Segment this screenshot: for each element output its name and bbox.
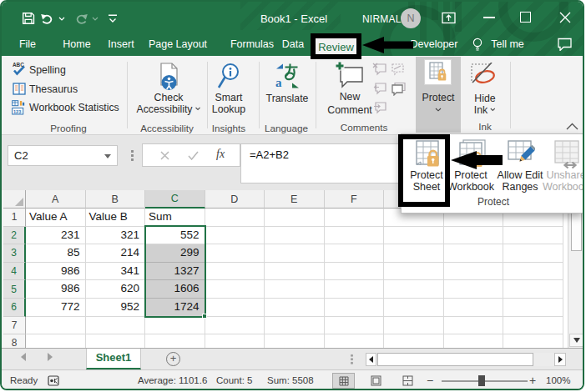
cell-76[interactable] xyxy=(444,299,504,317)
cell-A2[interactable]: 231 xyxy=(26,227,86,245)
scroll-down-button[interactable] xyxy=(569,334,584,347)
undo-icon[interactable] xyxy=(41,13,55,24)
cell-83[interactable] xyxy=(503,244,563,263)
translate-button[interactable]: Translate xyxy=(266,93,309,104)
select-all-corner[interactable] xyxy=(3,190,26,209)
cell-72[interactable] xyxy=(444,227,504,245)
cell-E6[interactable] xyxy=(265,299,325,317)
status-count[interactable]: Count: 5 xyxy=(216,375,252,385)
protect-dropdown-button[interactable]: Protect xyxy=(416,57,461,133)
zoom-slider-handle[interactable] xyxy=(478,375,485,386)
row-header-1[interactable]: 1 xyxy=(3,209,26,227)
thesaurus-button[interactable]: Thesaurus xyxy=(29,83,78,95)
fill-handle[interactable] xyxy=(202,314,208,319)
row-header-8[interactable]: 8 xyxy=(3,334,26,348)
cell-D3[interactable] xyxy=(205,244,265,263)
cell-E1[interactable] xyxy=(265,209,325,227)
cell-F4[interactable] xyxy=(325,263,385,281)
cell-F5[interactable] xyxy=(325,280,385,299)
tab-formulas[interactable]: Formulas xyxy=(230,38,274,50)
row-header-4[interactable]: 4 xyxy=(3,263,26,281)
cell-F6[interactable] xyxy=(325,299,385,317)
cell-E5[interactable] xyxy=(265,280,325,299)
cell-A1[interactable]: Value A xyxy=(26,209,86,227)
smart-lookup-button[interactable]: Smart xyxy=(215,92,243,103)
maximize-button[interactable] xyxy=(520,12,531,23)
protect-workbook-button[interactable]: Protect xyxy=(454,170,487,181)
cell-B6[interactable]: 952 xyxy=(86,299,146,317)
cell-85[interactable] xyxy=(503,280,563,299)
cell-A5[interactable]: 986 xyxy=(26,280,86,299)
cell-D1[interactable] xyxy=(205,209,265,227)
row-header-5[interactable]: 5 xyxy=(3,280,26,299)
tab-scrollbar-divider[interactable] xyxy=(351,354,353,364)
row-header-3[interactable]: 3 xyxy=(3,244,26,263)
cell-E8[interactable] xyxy=(265,334,325,348)
cell-82[interactable] xyxy=(503,227,563,245)
row-header-7[interactable]: 7 xyxy=(3,317,26,335)
allow-edit-ranges-line2[interactable]: Ranges xyxy=(502,182,538,193)
cell-D7[interactable] xyxy=(205,317,265,335)
customize-quick-access-icon[interactable] xyxy=(108,14,118,23)
ribbon-display-options-icon[interactable] xyxy=(442,12,456,24)
cell-66[interactable] xyxy=(384,299,444,317)
view-page-layout-button[interactable] xyxy=(365,373,387,389)
tab-insert[interactable]: Insert xyxy=(108,38,134,50)
tell-me-lightbulb-icon[interactable] xyxy=(472,38,483,52)
cell-E4[interactable] xyxy=(265,263,325,281)
cell-A7[interactable] xyxy=(26,317,86,335)
cell-B5[interactable]: 620 xyxy=(86,280,146,299)
cell-86[interactable] xyxy=(503,299,563,317)
view-page-break-button[interactable] xyxy=(397,373,419,389)
cell-B1[interactable]: Value B xyxy=(86,209,146,227)
cell-B7[interactable] xyxy=(86,317,146,335)
view-normal-button[interactable] xyxy=(332,373,355,389)
cell-B8[interactable] xyxy=(86,334,146,348)
allow-edit-ranges-button[interactable]: Allow Edit xyxy=(498,170,543,181)
cell-F1[interactable] xyxy=(325,209,385,227)
cell-F8[interactable] xyxy=(325,334,385,348)
cell-62[interactable] xyxy=(384,227,444,245)
cell-C1[interactable]: Sum xyxy=(145,209,205,227)
row-header-2[interactable]: 2 xyxy=(3,227,26,245)
cell-D6[interactable] xyxy=(205,299,265,317)
cell-C7[interactable] xyxy=(145,317,205,335)
zoom-out-button[interactable]: − xyxy=(427,374,433,387)
insert-function-icon[interactable]: fx xyxy=(216,148,225,161)
column-header-B[interactable]: B xyxy=(86,190,146,209)
workbook-statistics-button[interactable]: Workbook Statistics xyxy=(29,102,119,113)
new-comment-button[interactable]: New xyxy=(340,91,361,103)
previous-sheet-icon[interactable] xyxy=(21,353,26,361)
avatar[interactable]: N xyxy=(401,8,421,28)
comments-chat-icon[interactable] xyxy=(557,38,573,51)
cell-B4[interactable]: 341 xyxy=(86,263,146,281)
cell-65[interactable] xyxy=(384,280,444,299)
smart-lookup-line2[interactable]: Lookup xyxy=(212,103,245,115)
vertical-scrollbar[interactable] xyxy=(568,190,584,348)
column-header-E[interactable]: E xyxy=(265,190,325,209)
cell-C8[interactable] xyxy=(145,334,205,348)
cell-B2[interactable]: 321 xyxy=(86,227,146,245)
column-header-A[interactable]: A xyxy=(26,190,86,209)
column-header-C[interactable]: C xyxy=(145,190,205,209)
horizontal-scrollbar-thumb[interactable] xyxy=(377,353,533,366)
cell-75[interactable] xyxy=(444,280,504,299)
scroll-right-button[interactable] xyxy=(554,353,566,366)
cell-D2[interactable] xyxy=(205,227,265,245)
cell-E7[interactable] xyxy=(265,317,325,335)
hide-ink-button[interactable]: Hide xyxy=(474,93,495,104)
cell-74[interactable] xyxy=(444,263,504,281)
user-name[interactable]: NIRMAL xyxy=(362,13,402,25)
cell-87[interactable] xyxy=(503,317,563,335)
cell-78[interactable] xyxy=(444,334,504,348)
tab-developer[interactable]: Developer xyxy=(411,38,458,50)
cell-64[interactable] xyxy=(384,263,444,281)
tab-tell-me[interactable]: Tell me xyxy=(491,38,524,50)
new-sheet-button[interactable]: + xyxy=(166,352,180,366)
name-box-dropdown-icon[interactable] xyxy=(104,154,111,158)
undo-dropdown-icon[interactable] xyxy=(58,17,65,21)
cell-D4[interactable] xyxy=(205,263,265,281)
cell-A6[interactable]: 772 xyxy=(26,299,86,317)
minimize-button[interactable] xyxy=(483,17,495,18)
formula-bar-drag-handle[interactable] xyxy=(131,149,134,161)
